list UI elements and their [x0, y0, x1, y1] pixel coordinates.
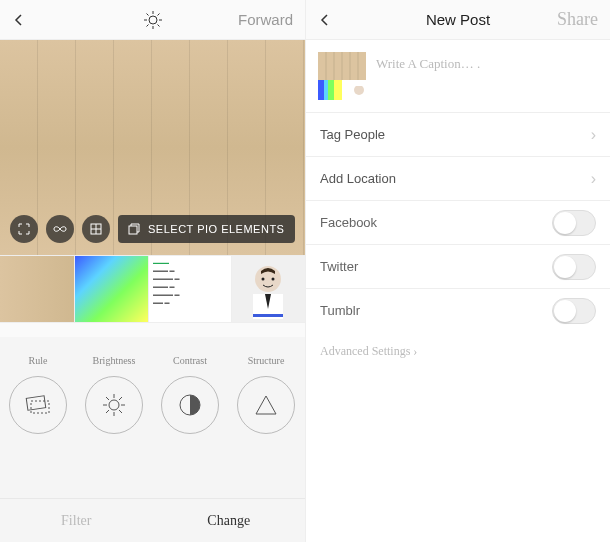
thumbnail[interactable]: [232, 256, 306, 322]
svg-rect-17: [253, 314, 283, 317]
stack-icon: [128, 223, 140, 235]
share-button[interactable]: Share: [557, 9, 598, 30]
svg-point-15: [272, 278, 275, 281]
svg-line-25: [106, 397, 109, 400]
expand-button[interactable]: [10, 215, 38, 243]
svg-rect-40: [342, 80, 354, 100]
layout-button[interactable]: [82, 215, 110, 243]
left-header: Forward: [0, 0, 305, 40]
forward-button[interactable]: Forward: [238, 11, 293, 28]
adjust-structure[interactable]: Structure: [228, 355, 304, 434]
adjust-rule-icon: [25, 395, 51, 415]
svg-line-6: [157, 24, 159, 26]
tab-change[interactable]: Change: [153, 513, 306, 529]
infinity-icon: [53, 225, 67, 233]
tumblr-label: Tumblr: [320, 303, 360, 318]
right-header: New Post Share: [306, 0, 610, 40]
tumblr-toggle[interactable]: [552, 298, 596, 324]
add-location-label: Add Location: [320, 171, 396, 186]
adjust-label: Brightness: [93, 355, 136, 366]
triangle-icon: [254, 394, 278, 416]
thumbnail[interactable]: [75, 256, 150, 322]
bottom-tabs: Filter Change: [0, 498, 305, 542]
svg-line-5: [146, 13, 148, 15]
photo-edit-pane: Forward SELECT PIO ELEMENTS ▬▬▬▬ ▬▬▬ ▬▬▬…: [0, 0, 305, 542]
svg-rect-42: [354, 80, 366, 86]
svg-line-28: [119, 397, 122, 400]
contrast-icon: [178, 393, 202, 417]
expand-icon: [18, 223, 30, 235]
new-post-pane: New Post Share Write A Caption… . Tag Pe…: [305, 0, 610, 542]
page-title: New Post: [426, 11, 490, 28]
multi-select-label: SELECT PIO ELEMENTS: [148, 223, 284, 235]
advanced-settings-link[interactable]: Advanced Settings ›: [306, 332, 610, 371]
brightness-icon: [143, 10, 163, 30]
thumbnail[interactable]: [0, 256, 75, 322]
svg-rect-18: [26, 396, 45, 410]
back-button[interactable]: [12, 13, 26, 27]
chevron-right-icon: ›: [591, 170, 596, 188]
svg-line-8: [157, 13, 159, 15]
thumbnail[interactable]: ▬▬▬▬ ▬▬▬ ▬▬▬▬▬ ▬▬▬▬ ▬▬▬▬▬ ▬▬▬ ▬: [149, 256, 232, 322]
multi-select-button[interactable]: SELECT PIO ELEMENTS: [118, 215, 295, 243]
boomerang-button[interactable]: [46, 215, 74, 243]
svg-line-27: [106, 410, 109, 413]
gallery-thumbnails: ▬▬▬▬ ▬▬▬ ▬▬▬▬▬ ▬▬▬▬ ▬▬▬▬▬ ▬▬▬ ▬: [0, 255, 305, 323]
sun-icon: [101, 392, 127, 418]
svg-point-14: [262, 278, 265, 281]
adjust-label: Structure: [248, 355, 285, 366]
add-location-row[interactable]: Add Location ›: [306, 156, 610, 200]
adjust-label: Rule: [29, 355, 48, 366]
adjust-label: Contrast: [173, 355, 207, 366]
tag-people-label: Tag People: [320, 127, 385, 142]
adjust-contrast[interactable]: Contrast: [152, 355, 228, 434]
mini-thumbs: [0, 323, 305, 337]
person-icon: [243, 259, 293, 319]
facebook-label: Facebook: [320, 215, 377, 230]
caption-input[interactable]: Write A Caption… .: [376, 52, 598, 72]
caption-row: Write A Caption… .: [306, 40, 610, 112]
tag-people-row[interactable]: Tag People ›: [306, 112, 610, 156]
adjust-controls: Rule Brightness Contrast Structure: [0, 337, 305, 434]
svg-rect-12: [129, 226, 137, 234]
caption-thumbnail[interactable]: [318, 52, 366, 100]
share-facebook-row: Facebook: [306, 200, 610, 244]
share-twitter-row: Twitter: [306, 244, 610, 288]
svg-line-7: [146, 24, 148, 26]
photo-preview[interactable]: SELECT PIO ELEMENTS: [0, 40, 305, 255]
adjust-rule[interactable]: Rule: [0, 355, 76, 434]
adjust-brightness[interactable]: Brightness: [76, 355, 152, 434]
svg-point-20: [109, 400, 119, 410]
overlay-toolbar: SELECT PIO ELEMENTS: [10, 215, 295, 243]
chevron-right-icon: ›: [591, 126, 596, 144]
back-button[interactable]: [318, 13, 332, 27]
svg-rect-39: [334, 80, 342, 100]
facebook-toggle[interactable]: [552, 210, 596, 236]
twitter-label: Twitter: [320, 259, 358, 274]
chevron-left-icon: [12, 13, 26, 27]
twitter-toggle[interactable]: [552, 254, 596, 280]
svg-point-0: [149, 16, 157, 24]
share-tumblr-row: Tumblr: [306, 288, 610, 332]
svg-line-26: [119, 410, 122, 413]
svg-rect-19: [31, 401, 49, 413]
chevron-left-icon: [318, 13, 332, 27]
grid-icon: [90, 223, 102, 235]
svg-point-41: [354, 85, 364, 95]
tab-filter[interactable]: Filter: [0, 513, 153, 529]
